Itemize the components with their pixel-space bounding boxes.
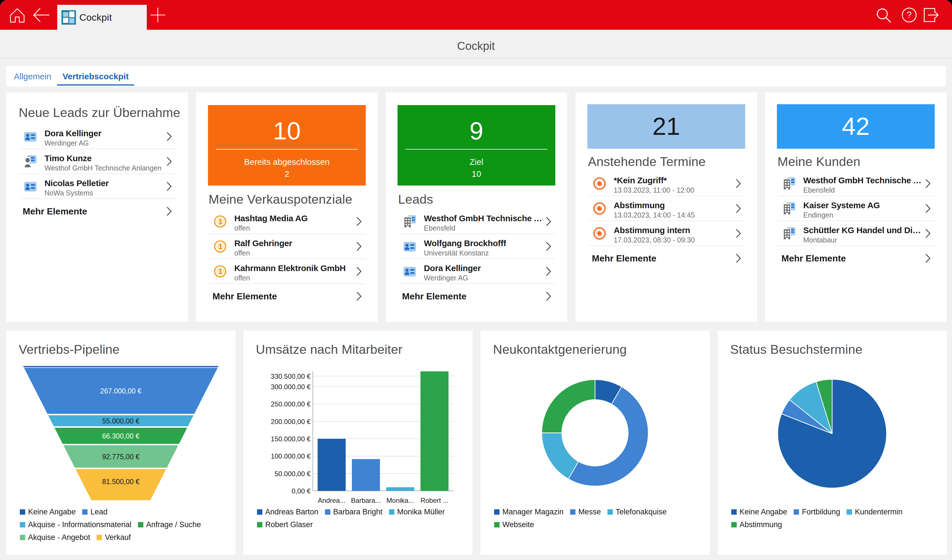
svg-text:?: ? bbox=[907, 10, 912, 20]
search-button[interactable] bbox=[874, 0, 893, 30]
svg-text:66.300,00 €: 66.300,00 € bbox=[102, 432, 139, 440]
pie-chart bbox=[718, 330, 947, 503]
more-elements-label: Mehr Elemente bbox=[23, 206, 87, 217]
legend-item: Webseite bbox=[494, 520, 534, 529]
list-item-subtitle: 13.03.2023, 11:00 - 12:00 bbox=[614, 186, 694, 194]
legend-swatch bbox=[82, 509, 88, 515]
chevron-right-icon bbox=[167, 182, 172, 191]
list-item[interactable]: 1Hashtag Media AGoffen bbox=[196, 209, 378, 234]
cockpit-tab-icon bbox=[62, 10, 76, 25]
back-button[interactable] bbox=[31, 0, 51, 30]
tab-allgemein[interactable]: Allgemein bbox=[8, 66, 57, 87]
legend-label: Lead bbox=[90, 508, 107, 516]
coin-icon: 1 bbox=[214, 215, 227, 228]
chevron-right-icon bbox=[167, 157, 172, 166]
list-item-title: Dora Kellinger bbox=[424, 264, 481, 273]
legend-label: Akquise - Informationsmaterial bbox=[28, 520, 131, 529]
more-elements-label: Mehr Elemente bbox=[781, 253, 846, 264]
legend-label: Abstimmung bbox=[740, 520, 782, 529]
list-item[interactable]: Abstimmung13.03.2023, 14:00 - 14:45 bbox=[575, 196, 757, 221]
legend-swatch bbox=[731, 509, 737, 515]
list-item[interactable]: Abstimmung intern17.03.2023, 08:30 - 09:… bbox=[575, 221, 757, 246]
list-item-subtitle: offen bbox=[234, 249, 250, 257]
kpi-divider bbox=[405, 149, 547, 150]
legend-row: Robert Glaser bbox=[257, 518, 451, 531]
svg-text:150.000,00 €: 150.000,00 € bbox=[271, 435, 311, 443]
coin-icon: 1 bbox=[214, 240, 227, 253]
list-termine: *Kein Zugriff*13.03.2023, 11:00 - 12:00A… bbox=[575, 171, 757, 271]
svg-text:Robert ...: Robert ... bbox=[420, 497, 448, 503]
list-item[interactable]: Timo KunzeWesthof GmbH Technische Anlang… bbox=[6, 149, 188, 174]
svg-text:200.000,00 €: 200.000,00 € bbox=[271, 418, 311, 426]
list-item[interactable]: Dora KellingerWerdinger AG bbox=[386, 259, 567, 284]
list-item[interactable]: Westhof GmbH Technische An...Ebensfeld bbox=[386, 209, 567, 234]
contact-card-icon bbox=[24, 130, 37, 143]
chevron-right-icon bbox=[546, 267, 552, 276]
legend-label: Verkauf bbox=[105, 533, 131, 542]
list-item[interactable]: *Kein Zugriff*13.03.2023, 11:00 - 12:00 bbox=[575, 171, 757, 196]
kpi-tile-verkaufspotenziale[interactable]: 10Bereits abgeschlossen2 bbox=[208, 105, 366, 185]
legend-label: Telefonakquise bbox=[616, 508, 667, 516]
home-button[interactable] bbox=[8, 0, 26, 30]
legend-swatch bbox=[138, 522, 144, 528]
chevron-right-icon bbox=[357, 242, 362, 251]
svg-text:1: 1 bbox=[218, 218, 223, 225]
appointment-icon bbox=[593, 202, 606, 215]
chevron-right-icon bbox=[546, 292, 552, 301]
page-title: Cockpit bbox=[0, 40, 952, 52]
kpi-sublabel: 2 bbox=[208, 170, 366, 178]
list-item[interactable]: Kaiser Systeme AGEndingen bbox=[765, 196, 947, 221]
kpi-tile-termine[interactable]: 21 bbox=[587, 104, 745, 149]
legend-item: Manager Magazin bbox=[494, 508, 564, 516]
list-item-subtitle: Werdinger AG bbox=[45, 139, 89, 147]
list-item[interactable]: Schüttler KG Handel und Diest...Montabau… bbox=[765, 221, 947, 246]
company-icon bbox=[783, 177, 796, 190]
more-elements-label: Mehr Elemente bbox=[592, 253, 657, 264]
list-item-title: Westhof GmbH Technische An... bbox=[424, 214, 545, 223]
help-button[interactable]: ? bbox=[900, 0, 919, 30]
more-elements-button[interactable]: Mehr Elemente bbox=[765, 246, 947, 271]
list-kunden: Westhof GmbH Technische An...EbensfeldKa… bbox=[765, 171, 947, 271]
svg-text:250.000,00 €: 250.000,00 € bbox=[271, 400, 311, 408]
more-elements-button[interactable]: Mehr Elemente bbox=[196, 284, 378, 309]
list-item-subtitle: Ebensfeld bbox=[803, 186, 835, 194]
app-window: Cockpit ? Cockpit AllgemeinVertriebscock… bbox=[0, 0, 952, 560]
list-item[interactable]: Nicolas PelletierNoWa Systems bbox=[6, 174, 188, 199]
kpi-tile-kunden[interactable]: 42 bbox=[777, 104, 935, 149]
logout-button[interactable] bbox=[921, 0, 940, 30]
card-leads: 9Ziel10LeadsWesthof GmbH Technische An..… bbox=[386, 93, 567, 322]
more-elements-button[interactable]: Mehr Elemente bbox=[575, 246, 757, 271]
list-item[interactable]: 1Kahrmann Elektronik GmbHoffen bbox=[196, 259, 378, 284]
legend-row: Keine AngabeFortbildungKundentermin bbox=[731, 506, 909, 518]
legend-label: Keine Angabe bbox=[740, 508, 787, 516]
contact-card-icon bbox=[403, 240, 416, 253]
list-item[interactable]: Westhof GmbH Technische An...Ebensfeld bbox=[765, 171, 947, 196]
more-elements-label: Mehr Elemente bbox=[212, 291, 277, 302]
legend-swatch bbox=[20, 522, 25, 528]
list-item[interactable]: 1Ralf Gehringeroffen bbox=[196, 234, 378, 259]
kpi-sublabel: 10 bbox=[397, 170, 555, 178]
contact-card-icon bbox=[403, 265, 416, 278]
new-tab-button[interactable] bbox=[148, 0, 168, 30]
legend-item: Robert Glaser bbox=[257, 520, 313, 529]
company-icon bbox=[783, 227, 796, 240]
more-elements-button[interactable]: Mehr Elemente bbox=[386, 284, 567, 309]
svg-text:Andrea...: Andrea... bbox=[318, 497, 345, 503]
appointment-icon bbox=[593, 177, 606, 190]
list-item-title: Hashtag Media AG bbox=[234, 214, 308, 223]
more-elements-button[interactable]: Mehr Elemente bbox=[6, 199, 188, 224]
legend-label: Keine Angabe bbox=[28, 508, 76, 516]
list-item-subtitle: Ebensfeld bbox=[424, 224, 455, 232]
tab-vertriebscockpit[interactable]: Vertriebscockpit bbox=[57, 66, 134, 87]
legend-item: Lead bbox=[82, 508, 107, 516]
list-item[interactable]: Dora KellingerWerdinger AG bbox=[6, 124, 188, 149]
card-kunden: 42Meine KundenWesthof GmbH Technische An… bbox=[765, 93, 947, 322]
list-item[interactable]: Wolfgang BrockhofffUniversität Konstanz bbox=[386, 234, 567, 259]
chevron-right-icon bbox=[357, 292, 362, 301]
cockpit-tab[interactable]: Cockpit bbox=[57, 5, 147, 30]
legend-swatch bbox=[20, 535, 25, 540]
kpi-tile-leads[interactable]: 9Ziel10 bbox=[397, 105, 555, 185]
card-neue-leads: Neue Leads zur ÜbernahmeDora KellingerWe… bbox=[6, 93, 188, 322]
chevron-right-icon bbox=[736, 229, 741, 238]
legend-label: Monika Müller bbox=[397, 508, 445, 516]
